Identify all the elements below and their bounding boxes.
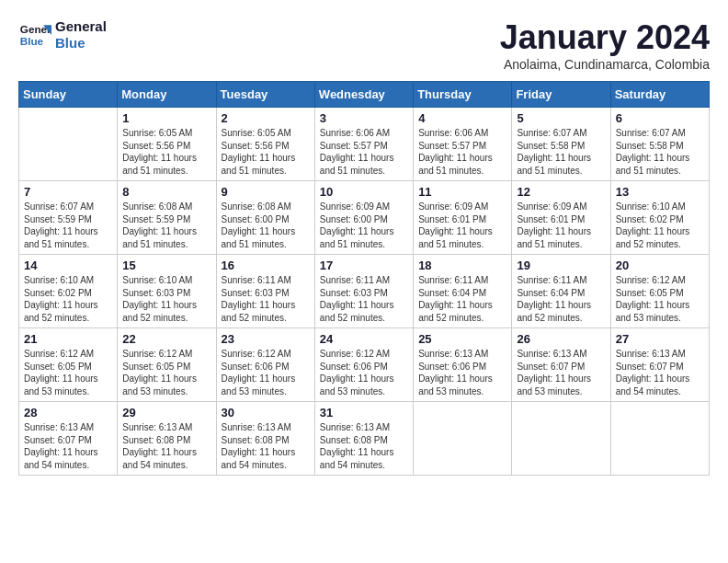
- day-number: 28: [24, 406, 112, 419]
- day-cell: 18 Sunrise: 6:11 AM Sunset: 6:04 PM Dayl…: [414, 255, 512, 328]
- day-cell: 4 Sunrise: 6:06 AM Sunset: 5:57 PM Dayli…: [414, 108, 512, 181]
- week-row-3: 14 Sunrise: 6:10 AM Sunset: 6:02 PM Dayl…: [19, 255, 710, 328]
- day-number: 31: [320, 406, 408, 419]
- day-number: 4: [418, 111, 506, 125]
- day-cell: [610, 402, 709, 476]
- day-cell: 8 Sunrise: 6:08 AM Sunset: 5:59 PM Dayli…: [118, 181, 216, 255]
- day-detail: Sunrise: 6:09 AM Sunset: 6:01 PM Dayligh…: [517, 201, 605, 250]
- day-detail: Sunrise: 6:09 AM Sunset: 6:01 PM Dayligh…: [418, 201, 506, 250]
- day-number: 11: [418, 185, 506, 199]
- day-detail: Sunrise: 6:05 AM Sunset: 5:56 PM Dayligh…: [222, 127, 310, 177]
- calendar-header-row: SundayMondayTuesdayWednesdayThursdayFrid…: [19, 82, 710, 108]
- day-cell: 23 Sunrise: 6:12 AM Sunset: 6:06 PM Dayl…: [216, 328, 314, 402]
- day-number: 30: [222, 406, 310, 419]
- day-cell: 29 Sunrise: 6:13 AM Sunset: 6:08 PM Dayl…: [118, 402, 216, 476]
- day-cell: [512, 402, 610, 476]
- day-number: 9: [222, 185, 310, 199]
- day-number: 1: [122, 111, 210, 125]
- day-detail: Sunrise: 6:07 AM Sunset: 5:58 PM Dayligh…: [517, 127, 605, 177]
- day-number: 15: [122, 259, 210, 272]
- day-cell: 24 Sunrise: 6:12 AM Sunset: 6:06 PM Dayl…: [314, 328, 413, 402]
- day-number: 27: [616, 332, 704, 346]
- day-detail: Sunrise: 6:11 AM Sunset: 6:03 PM Dayligh…: [320, 274, 408, 324]
- day-cell: 30 Sunrise: 6:13 AM Sunset: 6:08 PM Dayl…: [216, 402, 314, 476]
- logo: General Blue General Blue: [18, 18, 107, 52]
- day-cell: 3 Sunrise: 6:06 AM Sunset: 5:57 PM Dayli…: [314, 108, 413, 181]
- day-detail: Sunrise: 6:06 AM Sunset: 5:57 PM Dayligh…: [320, 127, 408, 177]
- day-cell: 20 Sunrise: 6:12 AM Sunset: 6:05 PM Dayl…: [610, 255, 709, 328]
- day-detail: Sunrise: 6:12 AM Sunset: 6:05 PM Dayligh…: [616, 274, 704, 324]
- day-detail: Sunrise: 6:05 AM Sunset: 5:56 PM Dayligh…: [122, 127, 210, 177]
- day-detail: Sunrise: 6:06 AM Sunset: 5:57 PM Dayligh…: [418, 127, 506, 177]
- day-number: 19: [517, 259, 605, 272]
- day-detail: Sunrise: 6:13 AM Sunset: 6:07 PM Dayligh…: [24, 421, 112, 471]
- day-cell: 16 Sunrise: 6:11 AM Sunset: 6:03 PM Dayl…: [216, 255, 314, 328]
- day-cell: 2 Sunrise: 6:05 AM Sunset: 5:56 PM Dayli…: [216, 108, 314, 181]
- day-detail: Sunrise: 6:07 AM Sunset: 5:59 PM Dayligh…: [24, 201, 112, 250]
- day-cell: 26 Sunrise: 6:13 AM Sunset: 6:07 PM Dayl…: [512, 328, 610, 402]
- col-header-friday: Friday: [512, 82, 610, 108]
- day-cell: 13 Sunrise: 6:10 AM Sunset: 6:02 PM Dayl…: [610, 181, 709, 255]
- day-cell: 19 Sunrise: 6:11 AM Sunset: 6:04 PM Dayl…: [512, 255, 610, 328]
- day-cell: 1 Sunrise: 6:05 AM Sunset: 5:56 PM Dayli…: [118, 108, 216, 181]
- col-header-saturday: Saturday: [610, 82, 709, 108]
- day-number: 7: [24, 185, 112, 199]
- day-number: 14: [24, 259, 112, 272]
- day-number: 13: [616, 185, 704, 199]
- day-detail: Sunrise: 6:11 AM Sunset: 6:04 PM Dayligh…: [517, 274, 605, 324]
- day-cell: 15 Sunrise: 6:10 AM Sunset: 6:03 PM Dayl…: [118, 255, 216, 328]
- day-number: 2: [222, 111, 310, 125]
- week-row-2: 7 Sunrise: 6:07 AM Sunset: 5:59 PM Dayli…: [19, 181, 710, 255]
- day-number: 8: [122, 185, 210, 199]
- day-detail: Sunrise: 6:13 AM Sunset: 6:07 PM Dayligh…: [517, 348, 605, 397]
- day-cell: 17 Sunrise: 6:11 AM Sunset: 6:03 PM Dayl…: [314, 255, 413, 328]
- day-detail: Sunrise: 6:10 AM Sunset: 6:02 PM Dayligh…: [616, 201, 704, 250]
- svg-text:Blue: Blue: [20, 35, 44, 47]
- day-detail: Sunrise: 6:07 AM Sunset: 5:58 PM Dayligh…: [616, 127, 704, 177]
- day-cell: 5 Sunrise: 6:07 AM Sunset: 5:58 PM Dayli…: [512, 108, 610, 181]
- day-detail: Sunrise: 6:12 AM Sunset: 6:05 PM Dayligh…: [122, 348, 210, 397]
- day-detail: Sunrise: 6:13 AM Sunset: 6:06 PM Dayligh…: [418, 348, 506, 397]
- day-cell: 6 Sunrise: 6:07 AM Sunset: 5:58 PM Dayli…: [610, 108, 709, 181]
- day-cell: 10 Sunrise: 6:09 AM Sunset: 6:00 PM Dayl…: [314, 181, 413, 255]
- day-detail: Sunrise: 6:10 AM Sunset: 6:02 PM Dayligh…: [24, 274, 112, 324]
- logo-text-line2: Blue: [55, 35, 107, 52]
- day-number: 12: [517, 185, 605, 199]
- col-header-tuesday: Tuesday: [216, 82, 314, 108]
- day-number: 20: [616, 259, 704, 272]
- page-header: General Blue General Blue January 2024 A…: [18, 18, 710, 72]
- day-number: 26: [517, 332, 605, 346]
- day-number: 10: [320, 185, 408, 199]
- col-header-sunday: Sunday: [19, 82, 118, 108]
- day-number: 29: [122, 406, 210, 419]
- day-detail: Sunrise: 6:09 AM Sunset: 6:00 PM Dayligh…: [320, 201, 408, 250]
- day-cell: 21 Sunrise: 6:12 AM Sunset: 6:05 PM Dayl…: [19, 328, 118, 402]
- day-cell: 11 Sunrise: 6:09 AM Sunset: 6:01 PM Dayl…: [414, 181, 512, 255]
- day-cell: 31 Sunrise: 6:13 AM Sunset: 6:08 PM Dayl…: [314, 402, 413, 476]
- day-cell: 12 Sunrise: 6:09 AM Sunset: 6:01 PM Dayl…: [512, 181, 610, 255]
- day-cell: 9 Sunrise: 6:08 AM Sunset: 6:00 PM Dayli…: [216, 181, 314, 255]
- day-detail: Sunrise: 6:08 AM Sunset: 6:00 PM Dayligh…: [222, 201, 310, 250]
- col-header-wednesday: Wednesday: [314, 82, 413, 108]
- day-cell: 7 Sunrise: 6:07 AM Sunset: 5:59 PM Dayli…: [19, 181, 118, 255]
- day-detail: Sunrise: 6:13 AM Sunset: 6:08 PM Dayligh…: [222, 421, 310, 471]
- day-cell: [19, 108, 118, 181]
- day-number: 18: [418, 259, 506, 272]
- month-title: January 2024: [500, 18, 710, 57]
- day-detail: Sunrise: 6:13 AM Sunset: 6:08 PM Dayligh…: [122, 421, 210, 471]
- day-detail: Sunrise: 6:13 AM Sunset: 6:08 PM Dayligh…: [320, 421, 408, 471]
- day-cell: 14 Sunrise: 6:10 AM Sunset: 6:02 PM Dayl…: [19, 255, 118, 328]
- day-number: 21: [24, 332, 112, 346]
- day-cell: 22 Sunrise: 6:12 AM Sunset: 6:05 PM Dayl…: [118, 328, 216, 402]
- day-detail: Sunrise: 6:08 AM Sunset: 5:59 PM Dayligh…: [122, 201, 210, 250]
- calendar-table: SundayMondayTuesdayWednesdayThursdayFrid…: [18, 81, 710, 476]
- day-number: 22: [122, 332, 210, 346]
- day-detail: Sunrise: 6:12 AM Sunset: 6:06 PM Dayligh…: [222, 348, 310, 397]
- day-cell: 28 Sunrise: 6:13 AM Sunset: 6:07 PM Dayl…: [19, 402, 118, 476]
- week-row-4: 21 Sunrise: 6:12 AM Sunset: 6:05 PM Dayl…: [19, 328, 710, 402]
- day-number: 25: [418, 332, 506, 346]
- day-number: 16: [222, 259, 310, 272]
- day-number: 5: [517, 111, 605, 125]
- day-number: 3: [320, 111, 408, 125]
- day-detail: Sunrise: 6:11 AM Sunset: 6:04 PM Dayligh…: [418, 274, 506, 324]
